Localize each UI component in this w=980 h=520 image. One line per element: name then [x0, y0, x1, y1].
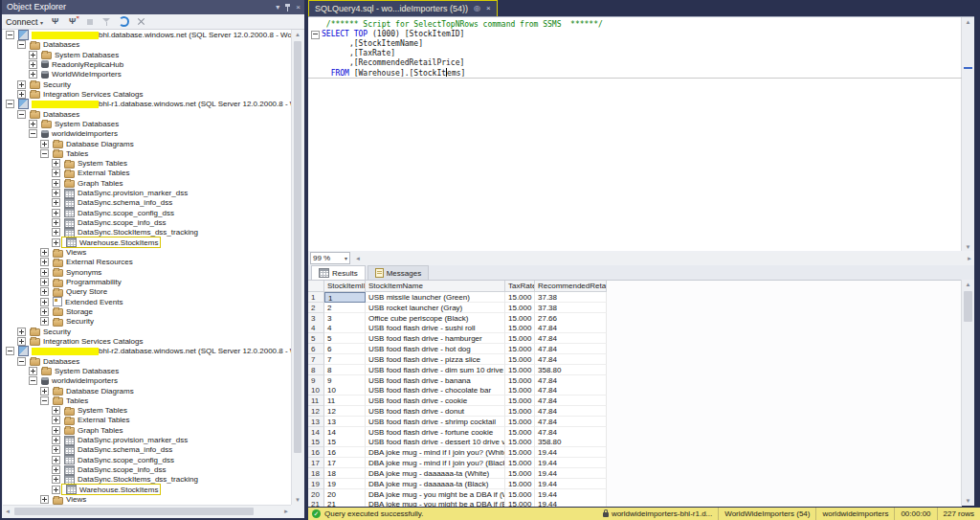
scroll-up-icon[interactable]: ▲: [962, 282, 974, 287]
code-line[interactable]: FROM [Warehouse].[StockItems]: [322, 68, 465, 78]
collapse-icon[interactable]: [40, 149, 49, 158]
scroll-up-icon[interactable]: ▲: [962, 19, 974, 25]
grid-cell[interactable]: 4: [324, 323, 366, 333]
expand-icon[interactable]: [52, 228, 60, 237]
grid-cell[interactable]: 7: [324, 354, 366, 365]
grid-cell[interactable]: 15.000: [505, 354, 535, 365]
expand-icon[interactable]: [40, 495, 49, 504]
grid-cell[interactable]: DBA joke mug - daaaaaa-ta (Black): [366, 479, 505, 489]
expand-icon[interactable]: [52, 238, 60, 247]
grid-row-number[interactable]: 7: [308, 354, 324, 365]
grid-selected-cell[interactable]: 1: [324, 292, 366, 303]
grid-cell[interactable]: 3: [324, 313, 366, 324]
scroll-right-icon[interactable]: ►: [281, 506, 291, 517]
expand-icon[interactable]: [40, 287, 49, 296]
grid-cell[interactable]: 15.000: [505, 437, 535, 447]
stop-icon[interactable]: [84, 16, 95, 27]
grid-cell[interactable]: 16: [324, 447, 366, 458]
grid-row-number[interactable]: 13: [308, 417, 324, 427]
grid-cell[interactable]: 47.84: [535, 354, 607, 365]
grid-row-number[interactable]: 18: [308, 468, 324, 479]
grid-cell[interactable]: 47.84: [535, 396, 607, 406]
grid-vertical-scrollbar[interactable]: ▲ ▼: [961, 280, 974, 506]
connect-plug-icon[interactable]: Ψ: [50, 16, 60, 27]
grid-cell[interactable]: 47.84: [535, 375, 607, 386]
grid-cell[interactable]: USB food flash drive - chocolate bar: [366, 385, 505, 396]
grid-cell[interactable]: 10: [324, 385, 366, 396]
expand-icon[interactable]: [17, 90, 26, 99]
grid-cell[interactable]: DBA joke mug - you might be a DBA if (Wh…: [366, 489, 505, 500]
grid-cell[interactable]: USB food flash drive - dessert 10 drive …: [366, 437, 505, 447]
grid-cell[interactable]: 47.84: [535, 417, 607, 427]
expand-icon[interactable]: [40, 387, 49, 396]
expand-icon[interactable]: [40, 268, 49, 277]
collapse-icon[interactable]: [17, 40, 26, 49]
grid-cell[interactable]: USB food flash drive - cookie: [366, 396, 505, 406]
code-line[interactable]: SELECT TOP (1000) [StockItemID]: [322, 30, 464, 39]
pin-icon[interactable]: [285, 4, 290, 11]
grid-corner-cell[interactable]: [308, 281, 324, 292]
grid-cell[interactable]: 15.000: [505, 313, 535, 324]
grid-cell[interactable]: 19.44: [535, 458, 607, 468]
grid-cell[interactable]: 47.84: [535, 333, 607, 344]
expand-icon[interactable]: [52, 198, 60, 207]
object-explorer-vertical-scrollbar[interactable]: ▲ ▼: [291, 30, 303, 505]
grid-cell[interactable]: 19.44: [535, 499, 607, 507]
grid-cell[interactable]: 15.000: [505, 385, 535, 396]
grid-cell[interactable]: DBA joke mug - mind if I join you? (Whit…: [366, 447, 505, 458]
grid-cell[interactable]: 8: [324, 365, 366, 375]
grid-cell[interactable]: USB food flash drive - hot dog: [366, 344, 505, 354]
scrollbar-thumb[interactable]: [14, 508, 254, 515]
grid-cell[interactable]: 20: [324, 489, 366, 500]
tree-item[interactable]: Views: [40, 494, 86, 505]
expand-icon[interactable]: [52, 189, 60, 197]
grid-cell[interactable]: 9: [324, 375, 366, 386]
expand-icon[interactable]: [40, 258, 49, 266]
disconnect-plug-icon[interactable]: Ψ×: [67, 16, 78, 27]
expand-icon[interactable]: [29, 51, 37, 59]
grid-cell[interactable]: 37.38: [535, 303, 607, 313]
grid-cell[interactable]: 17: [324, 458, 366, 468]
expand-icon[interactable]: [52, 179, 60, 188]
grid-row-number[interactable]: 10: [308, 385, 324, 396]
grid-cell[interactable]: 358.80: [535, 437, 607, 447]
grid-cell[interactable]: 47.84: [535, 406, 607, 417]
grid-cell[interactable]: 2: [324, 303, 366, 313]
collapse-icon[interactable]: [6, 347, 14, 355]
expand-icon[interactable]: [52, 486, 60, 494]
grid-cell[interactable]: 15.000: [505, 458, 535, 468]
expand-icon[interactable]: [40, 278, 49, 286]
grid-cell[interactable]: 15.000: [505, 365, 535, 375]
grid-cell[interactable]: 15.000: [505, 468, 535, 479]
expand-icon[interactable]: [17, 80, 26, 89]
editor-vertical-scrollbar[interactable]: ▲ ▼: [961, 17, 974, 252]
collapse-icon[interactable]: [17, 110, 26, 119]
grid-cell[interactable]: 19.44: [535, 468, 607, 479]
grid-cell[interactable]: 15.000: [505, 499, 535, 507]
grid-cell[interactable]: 19: [324, 479, 366, 489]
expand-icon[interactable]: [40, 140, 49, 148]
query-editor[interactable]: /****** Script for SelectTopNRows comman…: [308, 16, 974, 252]
expand-icon[interactable]: [52, 209, 60, 217]
grid-cell[interactable]: 19.44: [535, 479, 607, 489]
grid-cell[interactable]: 15.000: [505, 447, 535, 458]
code-collapse-icon[interactable]: [311, 31, 320, 39]
grid-cell[interactable]: 358.80: [535, 365, 607, 375]
expand-icon[interactable]: [52, 445, 60, 454]
tab-messages[interactable]: Messages: [368, 265, 429, 280]
expand-icon[interactable]: [29, 120, 37, 128]
grid-cell[interactable]: USB food flash drive - dim sum 10 drive …: [366, 365, 505, 375]
collapse-icon[interactable]: [29, 376, 37, 385]
grid-cell[interactable]: 15.000: [505, 489, 535, 500]
scroll-left-icon[interactable]: ◄: [353, 253, 363, 264]
grid-cell[interactable]: 15.000: [505, 479, 535, 489]
grid-cell[interactable]: DBA joke mug - mind if I join you? (Blac…: [366, 458, 505, 468]
grid-cell[interactable]: 47.84: [535, 344, 607, 354]
grid-cell[interactable]: 6: [324, 344, 366, 354]
expand-icon[interactable]: [52, 475, 60, 484]
grid-cell[interactable]: USB food flash drive - banana: [366, 375, 505, 386]
results-grid[interactable]: StockItemIDStockItemNameTaxRateRecommend…: [308, 280, 962, 507]
collapse-icon[interactable]: [29, 129, 37, 138]
collapse-icon[interactable]: [6, 31, 14, 39]
grid-column-header[interactable]: StockItemName: [366, 281, 505, 292]
